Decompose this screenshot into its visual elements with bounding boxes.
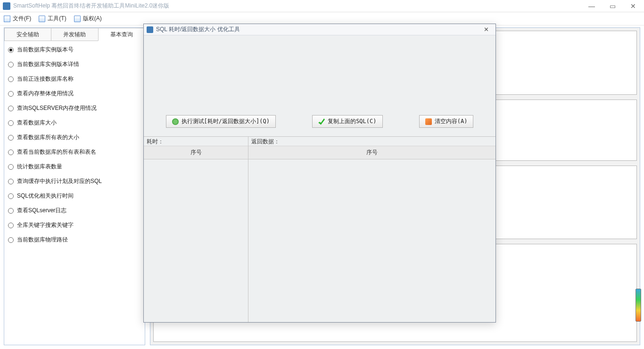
tab-basic-query[interactable]: 基本查询 xyxy=(98,28,145,41)
titlebar: SmartSoftHelp 蓦然回首终结者开发辅助工具MiniLite2.0迷你… xyxy=(0,0,644,12)
menu-tools-label: 工具(T) xyxy=(48,15,66,23)
radio-label: 查看数据库所有表的大小 xyxy=(17,133,79,141)
radio-label: 查看数据库大小 xyxy=(17,119,57,127)
menu-file-label: 文件(F) xyxy=(13,15,31,23)
radio-label: 查看当前数据库的所有表和表名 xyxy=(17,148,96,156)
close-button[interactable]: ✕ xyxy=(628,2,638,10)
radio-icon xyxy=(8,193,14,199)
radio-label: 查询SQLSERVER内存使用情况 xyxy=(17,104,97,112)
radio-label: 当前正连接数据库名称 xyxy=(17,75,74,83)
copy-sql-button[interactable]: 复制上面的SQL(C) xyxy=(312,115,382,128)
elapsed-grid-body[interactable] xyxy=(144,159,248,322)
dialog-title: SQL 耗时/返回数据大小 优化工具 xyxy=(156,25,479,33)
radio-label: 当前数据库实例版本详情 xyxy=(17,60,79,68)
clear-button[interactable]: 清空内容(A) xyxy=(419,115,474,128)
radio-sql-time[interactable]: SQL优化相关执行时间 xyxy=(8,192,141,200)
menu-file[interactable]: 文件(F) xyxy=(4,15,31,23)
col-elapsed: 耗时： 序号 xyxy=(144,137,248,322)
tab-content: 当前数据库实例版本号 当前数据库实例版本详情 当前正连接数据库名称 查看内存整体… xyxy=(4,41,145,345)
minimize-button[interactable]: — xyxy=(586,2,597,10)
radio-table-sizes[interactable]: 查看数据库所有表的大小 xyxy=(8,133,141,141)
radio-label: 全库关键字搜索关键字 xyxy=(17,221,74,229)
radio-label: 当前数据库物理路径 xyxy=(17,236,68,244)
menu-tools[interactable]: 工具(T) xyxy=(39,15,66,23)
radio-version[interactable]: 当前数据库实例版本号 xyxy=(8,46,141,54)
radio-icon xyxy=(8,62,14,67)
app-title: SmartSoftHelp 蓦然回首终结者开发辅助工具MiniLite2.0迷你… xyxy=(13,2,586,10)
dialog-app-icon xyxy=(147,26,153,33)
radio-db-name[interactable]: 当前正连接数据库名称 xyxy=(8,75,141,83)
radio-icon xyxy=(8,47,14,53)
menu-copyright[interactable]: 版权(A) xyxy=(74,15,102,23)
radio-icon xyxy=(8,164,14,170)
radio-version-detail[interactable]: 当前数据库实例版本详情 xyxy=(8,60,141,68)
sql-optimize-dialog: SQL 耗时/返回数据大小 优化工具 ✕ 执行测试[耗时/返回数据大小](Q) … xyxy=(143,24,496,323)
radio-icon xyxy=(8,237,14,243)
col-data: 返回数据： 序号 xyxy=(248,137,495,322)
radio-icon xyxy=(8,76,14,82)
copyright-icon xyxy=(74,16,81,22)
dialog-top: 执行测试[耗时/返回数据大小](Q) 复制上面的SQL(C) 清空内容(A) xyxy=(144,35,495,136)
radio-icon xyxy=(8,91,14,97)
radio-tables[interactable]: 查看当前数据库的所有表和表名 xyxy=(8,148,141,156)
radio-icon xyxy=(8,150,14,155)
window-controls: — ▭ ✕ xyxy=(586,2,641,10)
radio-exec-plan[interactable]: 查询缓存中执行计划及对应的SQL xyxy=(8,177,141,185)
radio-sql-log[interactable]: 查看SQLserver日志 xyxy=(8,207,141,215)
dialog-titlebar: SQL 耗时/返回数据大小 优化工具 ✕ xyxy=(144,24,495,35)
tab-concurrency[interactable]: 并发辅助 xyxy=(51,28,98,41)
tool-icon xyxy=(39,16,45,22)
elapsed-grid-header: 序号 xyxy=(144,146,248,159)
radio-db-size[interactable]: 查看数据库大小 xyxy=(8,119,141,127)
radio-label: 查看SQLserver日志 xyxy=(17,207,66,215)
data-grid-header: 序号 xyxy=(248,146,495,159)
tab-security[interactable]: 安全辅助 xyxy=(4,28,51,41)
radio-label: 查询缓存中执行计划及对应的SQL xyxy=(17,177,102,185)
sql-input-area[interactable] xyxy=(148,39,492,112)
check-icon xyxy=(318,118,325,125)
clear-label: 清空内容(A) xyxy=(435,117,468,125)
dialog-bottom: 耗时： 序号 返回数据： 序号 xyxy=(144,136,495,322)
radio-mem-usage[interactable]: 查看内存整体使用情况 xyxy=(8,90,141,98)
app-icon xyxy=(3,2,10,10)
run-label: 执行测试[耗时/返回数据大小](Q) xyxy=(182,117,270,125)
maximize-button[interactable]: ▭ xyxy=(607,2,618,10)
radio-table-count[interactable]: 统计数据库表数量 xyxy=(8,163,141,171)
file-icon xyxy=(4,16,10,22)
radio-icon xyxy=(8,120,14,126)
radio-icon xyxy=(8,179,14,184)
radio-icon xyxy=(8,223,14,228)
copy-label: 复制上面的SQL(C) xyxy=(328,117,376,125)
left-panel: 安全辅助 并发辅助 基本查询 当前数据库实例版本号 当前数据库实例版本详情 当前… xyxy=(4,27,145,345)
col-elapsed-title: 耗时： xyxy=(144,137,248,146)
run-test-button[interactable]: 执行测试[耗时/返回数据大小](Q) xyxy=(166,115,276,128)
radio-icon xyxy=(8,208,14,214)
run-icon xyxy=(172,118,179,125)
radio-global-search[interactable]: 全库关键字搜索关键字 xyxy=(8,221,141,229)
dialog-close-button[interactable]: ✕ xyxy=(479,26,493,33)
tabs-row: 安全辅助 并发辅助 基本查询 xyxy=(4,28,145,41)
radio-sqlserver-mem[interactable]: 查询SQLSERVER内存使用情况 xyxy=(8,104,141,112)
radio-label: 统计数据库表数量 xyxy=(17,163,62,171)
radio-db-path[interactable]: 当前数据库物理路径 xyxy=(8,236,141,244)
dialog-buttons: 执行测试[耗时/返回数据大小](Q) 复制上面的SQL(C) 清空内容(A) xyxy=(148,112,492,133)
side-indicator-icon xyxy=(636,289,641,322)
radio-label: SQL优化相关执行时间 xyxy=(17,192,74,200)
radio-label: 当前数据库实例版本号 xyxy=(17,46,74,54)
radio-icon xyxy=(8,106,14,111)
clear-icon xyxy=(425,118,432,125)
radio-label: 查看内存整体使用情况 xyxy=(17,90,74,98)
menu-copyright-label: 版权(A) xyxy=(83,15,102,23)
col-data-title: 返回数据： xyxy=(248,137,495,146)
data-grid-body[interactable] xyxy=(248,159,495,322)
radio-icon xyxy=(8,135,14,141)
